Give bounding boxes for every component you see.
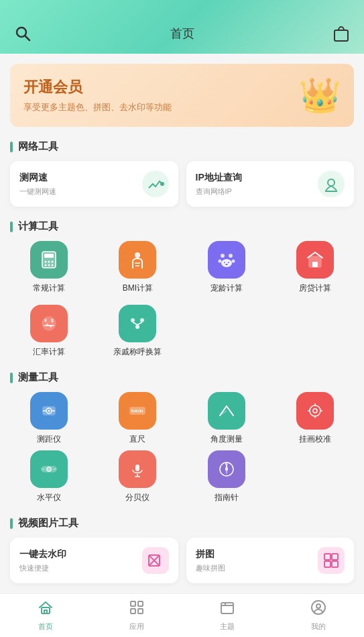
- vip-banner[interactable]: 开通会员 享受更多主题色、拼图、去水印等功能 👑: [10, 64, 354, 127]
- ip-lookup-card[interactable]: IP地址查询 查询网络IP: [186, 161, 355, 207]
- ruler-icon: [119, 392, 156, 430]
- theme-icon: [219, 599, 235, 620]
- shopping-bag-icon[interactable]: [332, 24, 351, 43]
- svg-point-37: [48, 410, 50, 412]
- svg-point-13: [52, 264, 54, 266]
- bmi-calc-icon: [119, 241, 156, 279]
- speed-test-title: 测网速: [19, 172, 56, 184]
- puzzle-card[interactable]: 拼图 趣味拼图: [186, 538, 355, 583]
- svg-point-18: [229, 254, 233, 258]
- main-content: 开通会员 享受更多主题色、拼图、去水印等功能 👑 网络工具 测网速 一键测网速 …: [0, 54, 364, 637]
- svg-point-3: [161, 183, 164, 185]
- nav-apps[interactable]: 应用: [91, 594, 182, 637]
- decibel-icon: [119, 450, 156, 488]
- svg-text:$: $: [51, 318, 54, 324]
- calc-tools-grid: 常规计算 BMI计算: [10, 241, 354, 358]
- network-section-title: 网络工具: [18, 140, 58, 153]
- measure-tools-row2: 水平仪 分贝仪 N: [10, 450, 354, 503]
- relative-calc-icon: [119, 305, 156, 342]
- nav-theme[interactable]: 主题: [182, 594, 274, 637]
- video-tools-container: 一键去水印 快速便捷 拼图 趣味拼图: [10, 538, 354, 583]
- tool-pet-calc[interactable]: 宠龄计算: [188, 241, 265, 294]
- decibel-label: 分贝仪: [125, 492, 149, 503]
- tool-relative-calc[interactable]: 亲戚称呼换算: [99, 305, 176, 358]
- nav-home[interactable]: 首页: [0, 594, 91, 637]
- header: 首页: [0, 0, 364, 54]
- tool-angle[interactable]: 角度测量: [188, 392, 265, 445]
- svg-text:N: N: [225, 462, 228, 466]
- video-section-title: 视频图片工具: [18, 517, 78, 530]
- tool-normal-calc[interactable]: 常规计算: [10, 241, 88, 294]
- angle-icon: [208, 392, 245, 430]
- mortgage-calc-label: 房贷计算: [299, 283, 331, 294]
- svg-point-19: [218, 260, 221, 263]
- ip-lookup-icon: [318, 170, 345, 197]
- svg-point-22: [224, 262, 225, 263]
- tool-decibel[interactable]: 分贝仪: [99, 450, 176, 503]
- svg-rect-72: [332, 561, 338, 567]
- svg-point-9: [48, 261, 50, 263]
- tool-ruler[interactable]: 直尺: [99, 392, 176, 445]
- ip-lookup-subtitle: 查询网络IP: [196, 187, 242, 197]
- relative-calc-label: 亲戚称呼换算: [113, 346, 162, 358]
- svg-point-10: [52, 261, 54, 263]
- bmi-calc-label: BMI计算: [123, 283, 153, 294]
- exchange-calc-label: 汇率计算: [33, 346, 65, 358]
- svg-rect-69: [324, 554, 330, 560]
- svg-point-32: [135, 325, 139, 329]
- watermark-title: 一键去水印: [19, 548, 66, 560]
- tool-exchange-calc[interactable]: ¥ $ 汇率计算: [10, 305, 88, 358]
- svg-line-34: [137, 322, 142, 325]
- svg-point-17: [221, 254, 225, 258]
- svg-point-4: [328, 179, 335, 186]
- svg-rect-74: [44, 610, 47, 614]
- network-section-header: 网络工具: [10, 140, 354, 153]
- svg-point-30: [131, 318, 135, 322]
- compass-label: 指南针: [215, 492, 239, 503]
- picture-align-label: 挂画校准: [299, 434, 331, 445]
- svg-rect-70: [332, 554, 338, 560]
- tool-picture-align[interactable]: 挂画校准: [276, 392, 354, 445]
- speed-test-icon: [142, 170, 169, 197]
- puzzle-subtitle: 趣味拼图: [196, 563, 225, 573]
- nav-profile-label: 我的: [311, 622, 326, 632]
- normal-calc-icon: [30, 241, 68, 279]
- speed-test-subtitle: 一键测网速: [19, 187, 56, 197]
- svg-rect-75: [131, 601, 135, 606]
- ip-lookup-title: IP地址查询: [196, 172, 242, 184]
- nav-profile[interactable]: 我的: [273, 594, 364, 637]
- picture-align-icon: [296, 392, 334, 430]
- section-dot-measure: [10, 373, 13, 383]
- vip-title: 开通会员: [23, 77, 341, 97]
- svg-point-47: [310, 405, 320, 416]
- svg-point-24: [225, 264, 228, 265]
- svg-point-20: [231, 260, 235, 263]
- pet-calc-label: 宠龄计算: [210, 283, 243, 294]
- svg-point-48: [313, 409, 317, 413]
- tool-compass[interactable]: N 指南针: [188, 450, 265, 503]
- svg-rect-58: [135, 464, 139, 471]
- watermark-remover-card[interactable]: 一键去水印 快速便捷: [10, 538, 178, 583]
- search-icon[interactable]: [13, 24, 32, 43]
- ruler-label: 直尺: [129, 434, 145, 445]
- measure-tools-row1: 测距仪 直尺: [10, 392, 354, 445]
- level-label: 水平仪: [37, 492, 61, 503]
- nav-theme-label: 主题: [220, 622, 235, 632]
- tool-bmi-calc[interactable]: BMI计算: [99, 241, 176, 294]
- svg-point-12: [48, 264, 50, 266]
- svg-rect-78: [138, 609, 143, 614]
- speed-test-card[interactable]: 测网速 一键测网速: [10, 161, 178, 207]
- svg-rect-7: [44, 254, 54, 258]
- speed-test-info: 测网速 一键测网速: [19, 172, 56, 197]
- watermark-subtitle: 快速便捷: [19, 563, 66, 573]
- bottom-nav: 首页 应用 主题: [0, 593, 364, 637]
- calc-section-title: 计算工具: [18, 220, 58, 233]
- mortgage-calc-icon: [296, 241, 334, 279]
- nav-apps-label: 应用: [129, 622, 144, 632]
- section-dot: [10, 142, 13, 152]
- tool-mortgage-calc[interactable]: 房贷计算: [276, 241, 354, 294]
- tool-rangefinder[interactable]: 测距仪: [10, 392, 88, 445]
- tool-level[interactable]: 水平仪: [10, 450, 88, 503]
- puzzle-info: 拼图 趣味拼图: [196, 548, 225, 573]
- level-icon: [30, 450, 68, 488]
